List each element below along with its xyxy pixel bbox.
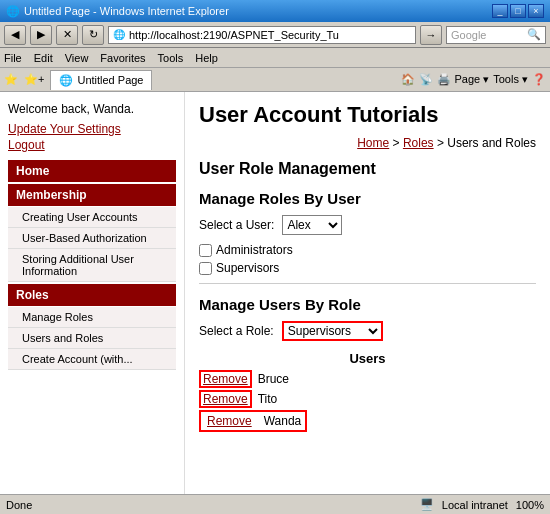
breadcrumb: Home > Roles > Users and Roles — [199, 136, 536, 150]
zoom-text: 100% — [516, 499, 544, 511]
back-button[interactable]: ◀ — [4, 25, 26, 45]
status-bar: Done 🖥️ Local intranet 100% — [0, 494, 550, 514]
sidebar-item-home[interactable]: Home — [8, 160, 176, 182]
page-menu[interactable]: Page ▾ — [455, 73, 490, 86]
sidebar: Welcome back, Wanda. Update Your Setting… — [0, 92, 185, 494]
select-user-label: Select a User: — [199, 218, 274, 232]
search-icon: 🔍 — [527, 28, 541, 41]
close-button[interactable]: × — [528, 4, 544, 18]
tools-menu[interactable]: Tools ▾ — [493, 73, 528, 86]
user-tito-name: Tito — [258, 392, 278, 406]
sidebar-item-create-account[interactable]: Create Account (with... — [8, 349, 176, 370]
browser-content: Welcome back, Wanda. Update Your Setting… — [0, 92, 550, 494]
update-settings-link[interactable]: Update Your Settings — [8, 122, 176, 136]
users-section: Users Remove Bruce Remove Tito Remove Wa… — [199, 351, 536, 434]
remove-tito-link[interactable]: Remove — [199, 390, 252, 408]
menu-help[interactable]: Help — [195, 52, 218, 64]
address-bar[interactable]: 🌐 http://localhost:2190/ASPNET_Security_… — [108, 26, 416, 44]
welcome-text: Welcome back, Wanda. — [8, 102, 134, 116]
admin-checkbox[interactable] — [199, 244, 212, 257]
sidebar-section-roles: Roles — [8, 284, 176, 306]
remove-wanda-link[interactable]: Remove — [205, 414, 254, 428]
user-wanda-name: Wanda — [264, 414, 302, 428]
main-content: User Account Tutorials Home > Roles > Us… — [185, 92, 550, 494]
help-icon[interactable]: ❓ — [532, 73, 546, 86]
menu-tools[interactable]: Tools — [158, 52, 184, 64]
tab-page-icon: 🌐 — [59, 74, 73, 87]
select-user-row: Select a User: Alex Bruce Tito Wanda — [199, 215, 536, 235]
breadcrumb-arrow2: > — [434, 136, 448, 150]
user-row-wanda: Remove Wanda — [199, 410, 307, 432]
address-text: http://localhost:2190/ASPNET_Security_Tu — [129, 29, 339, 41]
stop-button[interactable]: ✕ — [56, 25, 78, 45]
favorites-bar: ⭐ ⭐+ 🌐 Untitled Page 🏠 📡 🖨️ Page ▾ Tools… — [0, 68, 550, 92]
supervisor-checkbox-row: Supervisors — [199, 261, 536, 275]
logout-link[interactable]: Logout — [8, 138, 176, 152]
section-title: User Role Management — [199, 160, 536, 178]
role-select[interactable]: Administrators Supervisors — [282, 321, 383, 341]
forward-button[interactable]: ▶ — [30, 25, 52, 45]
user-select[interactable]: Alex Bruce Tito Wanda — [282, 215, 342, 235]
tools-bar: 🏠 📡 🖨️ Page ▾ Tools ▾ ❓ — [401, 73, 547, 86]
go-button[interactable]: → — [420, 25, 442, 45]
favorites-add-icon[interactable]: ⭐+ — [24, 73, 44, 86]
zone-text: Local intranet — [442, 499, 508, 511]
users-header: Users — [199, 351, 536, 366]
user-bruce-name: Bruce — [258, 372, 289, 386]
supervisor-checkbox[interactable] — [199, 262, 212, 275]
roles-checkbox-group: Administrators Supervisors — [199, 243, 536, 275]
menu-bar: File Edit View Favorites Tools Help — [0, 48, 550, 68]
manage-by-user-title: Manage Roles By User — [199, 190, 536, 207]
title-bar: 🌐 Untitled Page - Windows Internet Explo… — [0, 0, 550, 22]
remove-bruce-link[interactable]: Remove — [199, 370, 252, 388]
sidebar-nav: Home Membership Creating User Accounts U… — [8, 160, 176, 370]
admin-label: Administrators — [216, 243, 293, 257]
select-role-label: Select a Role: — [199, 324, 274, 338]
page-title: User Account Tutorials — [199, 102, 439, 128]
sidebar-item-creating-user-accounts[interactable]: Creating User Accounts — [8, 207, 176, 228]
breadcrumb-arrow1: > — [389, 136, 403, 150]
page-icon: 🌐 — [113, 29, 125, 40]
user-row-tito: Remove Tito — [199, 390, 536, 408]
admin-checkbox-row: Administrators — [199, 243, 536, 257]
status-text: Done — [6, 499, 32, 511]
tab-label: Untitled Page — [77, 74, 143, 86]
sidebar-item-storing-additional[interactable]: Storing Additional User Information — [8, 249, 176, 282]
menu-view[interactable]: View — [65, 52, 89, 64]
user-row-bruce: Remove Bruce — [199, 370, 536, 388]
sidebar-item-users-and-roles[interactable]: Users and Roles — [8, 328, 176, 349]
breadcrumb-current: Users and Roles — [447, 136, 536, 150]
home-icon[interactable]: 🏠 — [401, 73, 415, 86]
menu-edit[interactable]: Edit — [34, 52, 53, 64]
zone-icon: 🖥️ — [420, 498, 434, 511]
window-title: Untitled Page - Windows Internet Explore… — [24, 5, 229, 17]
browser-icon: 🌐 — [6, 5, 20, 18]
breadcrumb-home[interactable]: Home — [357, 136, 389, 150]
nav-bar: ◀ ▶ ✕ ↻ 🌐 http://localhost:2190/ASPNET_S… — [0, 22, 550, 48]
supervisor-label: Supervisors — [216, 261, 279, 275]
sidebar-item-user-based-authorization[interactable]: User-Based Authorization — [8, 228, 176, 249]
select-role-row: Select a Role: Administrators Supervisor… — [199, 321, 536, 341]
manage-by-role-title: Manage Users By Role — [199, 296, 536, 313]
menu-favorites[interactable]: Favorites — [100, 52, 145, 64]
favorites-star-icon: ⭐ — [4, 73, 18, 86]
search-box[interactable]: Google 🔍 — [446, 26, 546, 44]
sidebar-welcome: Welcome back, Wanda. — [8, 102, 176, 116]
minimize-button[interactable]: _ — [492, 4, 508, 18]
print-icon[interactable]: 🖨️ — [437, 73, 451, 86]
maximize-button[interactable]: □ — [510, 4, 526, 18]
feeds-icon[interactable]: 📡 — [419, 73, 433, 86]
search-placeholder: Google — [451, 29, 486, 41]
breadcrumb-roles[interactable]: Roles — [403, 136, 434, 150]
menu-file[interactable]: File — [4, 52, 22, 64]
sidebar-item-manage-roles[interactable]: Manage Roles — [8, 307, 176, 328]
separator — [199, 283, 536, 284]
sidebar-section-membership: Membership — [8, 184, 176, 206]
refresh-button[interactable]: ↻ — [82, 25, 104, 45]
current-tab[interactable]: 🌐 Untitled Page — [50, 70, 152, 90]
